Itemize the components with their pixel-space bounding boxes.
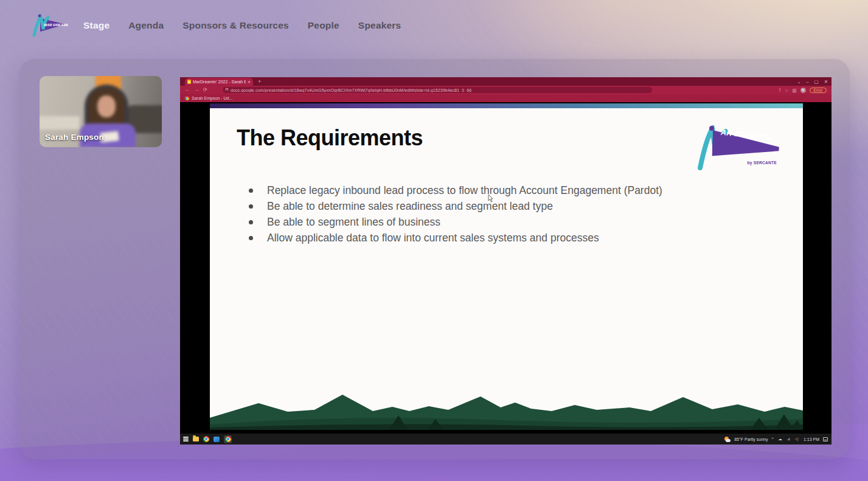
forward-icon[interactable]: → <box>194 86 199 94</box>
browser-tab[interactable]: MarDreamin' 2022 - Sarah Empso ✕ <box>185 78 253 86</box>
nav-item-people[interactable]: People <box>308 20 339 31</box>
nav-menu: Stage Agenda Sponsors & Resources People… <box>83 20 401 31</box>
bullet-item: Replace legacy inbound lead process to f… <box>246 182 769 198</box>
bookmarks-bar: Sarah Empson - Ud... <box>180 94 832 102</box>
mardreamin-logo-icon[interactable]: MAR DREAMIN' <box>30 13 68 38</box>
slide-title: The Requirements <box>237 125 423 151</box>
maximize-icon[interactable]: ▢ <box>814 79 819 85</box>
weather-text[interactable]: 85°F Partly sunny <box>734 437 768 441</box>
slide-mardreamin-logo: AR DREAMIN' by SERCANTE <box>696 124 780 171</box>
url-text: docs.google.com/presentation/d/18wq7v4Um… <box>231 88 471 92</box>
mail-app-icon[interactable] <box>214 437 220 442</box>
tab-search-icon[interactable]: ⌄ <box>797 79 800 85</box>
reload-icon[interactable]: ⟳ <box>203 86 207 94</box>
minimize-icon[interactable]: – <box>806 79 808 85</box>
browser-nav-buttons: ← → ⟳ <box>185 86 207 94</box>
nav-item-sponsors-resources[interactable]: Sponsors & Resources <box>182 20 289 31</box>
screenshare-video[interactable]: MarDreamin' 2022 - Sarah Empso ✕ + ⌄ – ▢… <box>180 77 832 445</box>
nav-item-agenda[interactable]: Agenda <box>128 20 164 31</box>
active-app-highlight[interactable] <box>224 435 232 443</box>
nav-item-speakers[interactable]: Speakers <box>358 20 401 31</box>
side-panel-icon[interactable]: ▥ <box>792 88 796 93</box>
notification-center-icon[interactable] <box>823 437 828 441</box>
lock-icon <box>226 88 228 91</box>
profile-avatar[interactable]: S <box>800 88 806 93</box>
windows-taskbar: 85°F Partly sunny ^ ☁ ⊿ ◁ 1:13 PM <box>180 434 832 445</box>
tab-close-icon[interactable]: ✕ <box>248 80 251 84</box>
bookmark-star-icon[interactable]: ☆ <box>785 88 789 93</box>
top-navbar: MAR DREAMIN' Stage Agenda Sponsors & Res… <box>0 0 868 52</box>
close-icon[interactable]: ✕ <box>824 79 828 85</box>
google-slides-icon <box>187 80 191 84</box>
toolbar-right: ⤴ ☆ ▥ S Error <box>779 86 827 94</box>
system-tray: 85°F Partly sunny ^ ☁ ⊿ ◁ 1:13 PM <box>724 437 828 442</box>
presentation-viewport: The Requirements AR DREAMIN' by SERCANTE… <box>180 102 832 434</box>
new-tab-button[interactable]: + <box>258 78 261 85</box>
mountain-graphic <box>210 391 803 430</box>
back-icon[interactable]: ← <box>185 86 190 94</box>
browser-toolbar: ← → ⟳ docs.google.com/presentation/d/18w… <box>180 86 832 94</box>
bullet-item: Allow applicable data to flow into curre… <box>246 230 769 246</box>
slide-gradient-bar <box>210 103 803 108</box>
chrome-icon[interactable] <box>225 436 231 442</box>
share-icon[interactable]: ⤴ <box>779 88 781 93</box>
bullet-item: Be able to determine sales readiness and… <box>246 198 769 214</box>
nav-item-stage[interactable]: Stage <box>83 20 109 31</box>
tab-title: MarDreamin' 2022 - Sarah Empso <box>193 80 246 84</box>
speaker-name-label: Sarah Empson <box>45 133 104 142</box>
sync-error-button[interactable]: Error <box>810 88 827 93</box>
slide: The Requirements AR DREAMIN' by SERCANTE… <box>210 103 803 430</box>
file-explorer-icon[interactable] <box>193 437 199 441</box>
address-bar[interactable]: docs.google.com/presentation/d/18wq7v4Um… <box>223 87 652 93</box>
browser-tabstrip: MarDreamin' 2022 - Sarah Empso ✕ + ⌄ – ▢… <box>180 77 832 86</box>
start-menu-icon[interactable] <box>183 437 189 441</box>
logo-byline: by SERCANTE <box>748 161 777 165</box>
chrome-icon[interactable] <box>203 436 209 442</box>
speaker-webcam-tile[interactable]: Sarah Empson <box>40 76 162 147</box>
clock[interactable]: 1:13 PM <box>804 437 819 441</box>
tray-icons[interactable]: ^ ☁ ⊿ ◁ <box>772 437 800 441</box>
bullet-item: Be able to segment lines of business <box>246 214 769 230</box>
logo-text: MAR DREAMIN' <box>44 23 68 27</box>
window-controls: ⌄ – ▢ ✕ <box>797 77 828 86</box>
slide-bullet-list: Replace legacy inbound lead process to f… <box>246 182 769 246</box>
bookmark-item[interactable]: Sarah Empson - Ud... <box>192 96 232 100</box>
bookmark-favicon <box>185 96 189 100</box>
weather-icon[interactable] <box>724 437 731 442</box>
mouse-cursor-icon <box>488 195 493 202</box>
taskbar-apps <box>183 435 232 443</box>
